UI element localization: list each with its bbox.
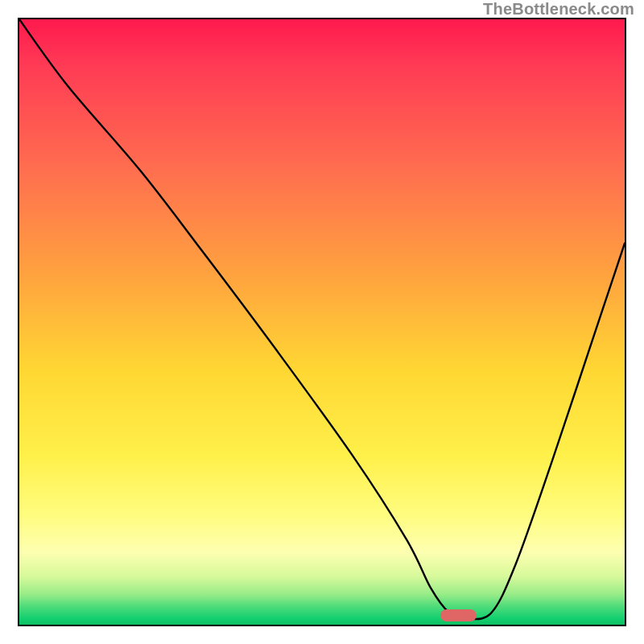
plot-area [18,18,626,626]
chart-container: TheBottleneck.com [0,0,644,644]
watermark-text: TheBottleneck.com [483,0,634,19]
optimum-marker [440,609,477,621]
line-curve [19,19,625,625]
